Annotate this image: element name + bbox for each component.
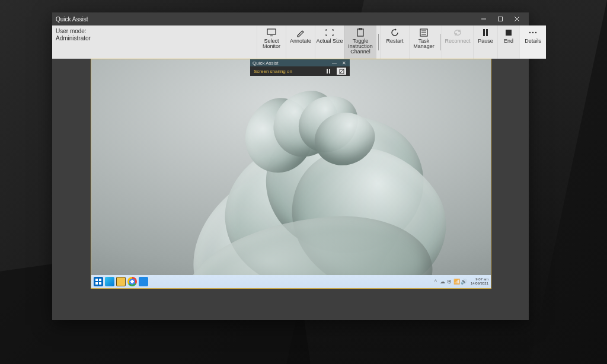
svg-rect-18	[327, 69, 328, 74]
user-mode-label: User mode:	[56, 28, 253, 35]
details-label: Details	[525, 39, 541, 44]
more-icon	[529, 28, 537, 37]
end-label: End	[504, 39, 513, 44]
end-button[interactable]: End	[497, 25, 519, 59]
svg-rect-19	[329, 69, 330, 74]
taskbar-edge-icon[interactable]	[105, 277, 114, 286]
taskbar-clock[interactable]: 9:07 am 14/09/2021	[471, 277, 488, 286]
maximize-button[interactable]	[492, 12, 509, 25]
svg-line-21	[340, 69, 344, 74]
clock-date: 14/09/2021	[471, 282, 488, 286]
toggle-instruction-channel-label: Toggle Instruction Channel	[344, 39, 376, 55]
taskbar-app-icon[interactable]	[139, 277, 148, 286]
svg-point-17	[535, 32, 536, 33]
svg-point-15	[529, 32, 531, 33]
minimize-button[interactable]	[475, 12, 492, 25]
restart-label: Restart	[386, 39, 403, 44]
window-title: Quick Assist	[56, 16, 475, 23]
task-manager-button[interactable]: Task Manager	[409, 25, 438, 59]
tray-security-icon[interactable]: ⛨	[447, 279, 453, 285]
svg-rect-4	[267, 29, 276, 34]
pencil-icon	[296, 28, 305, 37]
toolbar-row: User mode: Administrator Select Monitor …	[52, 25, 529, 59]
svg-rect-24	[95, 282, 98, 285]
remote-qa-body: Screen sharing on	[250, 66, 350, 76]
tray-chevron-icon[interactable]: ^	[433, 279, 439, 285]
quick-assist-window: Quick Assist User mode: Administrator Se…	[52, 12, 529, 320]
user-mode-value: Administrator	[56, 35, 253, 42]
details-button[interactable]: Details	[519, 25, 546, 59]
toolbar: Select Monitor Annotate Actual Size Togg…	[257, 25, 546, 59]
svg-rect-14	[506, 30, 512, 36]
monitor-icon	[267, 28, 276, 37]
select-monitor-button[interactable]: Select Monitor	[257, 25, 286, 59]
remote-screen-frame[interactable]: Quick Assist — ✕ Screen sharing on	[91, 59, 491, 289]
svg-rect-22	[95, 279, 98, 281]
remote-qa-minimize-icon[interactable]: —	[331, 60, 338, 66]
reconnect-icon	[453, 28, 462, 37]
remote-viewport-area: Quick Assist — ✕ Screen sharing on	[52, 59, 529, 320]
tray-network-icon[interactable]: 📶	[454, 279, 460, 285]
actual-size-icon	[325, 28, 334, 37]
restart-button[interactable]: Restart	[380, 25, 409, 59]
clipboard-icon	[356, 28, 365, 37]
stop-icon	[505, 28, 512, 37]
wallpaper-bloom	[137, 76, 445, 289]
tray-onedrive-icon[interactable]: ☁	[440, 279, 446, 285]
taskbar-tray[interactable]: ^ ☁ ⛨ 📶 🔊 9:07 am 14/09/2021	[433, 277, 488, 286]
svg-rect-13	[486, 29, 488, 36]
task-manager-label: Task Manager	[410, 39, 438, 49]
window-controls	[475, 12, 525, 25]
task-manager-icon	[420, 28, 428, 37]
remote-quick-assist-bar[interactable]: Quick Assist — ✕ Screen sharing on	[250, 59, 350, 76]
svg-rect-12	[483, 29, 485, 36]
restart-icon	[391, 28, 399, 37]
start-button[interactable]	[94, 277, 103, 286]
close-button[interactable]	[509, 12, 525, 25]
actual-size-button[interactable]: Actual Size	[315, 25, 344, 59]
remote-taskbar[interactable]: ^ ☁ ⛨ 📶 🔊 9:07 am 14/09/2021	[91, 275, 491, 288]
annotate-label: Annotate	[290, 39, 311, 44]
pause-icon	[482, 28, 489, 37]
remote-desktop[interactable]: Quick Assist — ✕ Screen sharing on	[91, 59, 491, 288]
reconnect-button: Reconnect	[442, 25, 473, 59]
pause-label: Pause	[478, 39, 493, 44]
pause-button[interactable]: Pause	[473, 25, 497, 59]
annotate-button[interactable]: Annotate	[286, 25, 315, 59]
user-mode-panel: User mode: Administrator	[52, 25, 257, 59]
svg-rect-25	[99, 282, 101, 285]
remote-qa-close-icon[interactable]: ✕	[340, 60, 347, 66]
titlebar[interactable]: Quick Assist	[52, 12, 529, 25]
tray-volume-icon[interactable]: 🔊	[461, 279, 467, 285]
remote-qa-status: Screen sharing on	[254, 69, 320, 74]
remote-qa-title: Quick Assist	[253, 60, 328, 66]
svg-rect-23	[99, 279, 101, 281]
toggle-instruction-channel-button[interactable]: Toggle Instruction Channel	[344, 25, 376, 59]
remote-qa-stop-button[interactable]	[337, 68, 346, 75]
taskbar-pinned-apps	[94, 277, 148, 286]
svg-rect-1	[499, 17, 503, 21]
taskbar-explorer-icon[interactable]	[116, 277, 126, 286]
actual-size-label: Actual Size	[316, 39, 343, 44]
taskbar-chrome-icon[interactable]	[127, 277, 137, 286]
reconnect-label: Reconnect	[445, 39, 470, 44]
select-monitor-label: Select Monitor	[257, 39, 286, 49]
remote-qa-pause-button[interactable]	[324, 68, 333, 75]
remote-qa-titlebar[interactable]: Quick Assist — ✕	[250, 59, 350, 66]
clock-time: 9:07 am	[471, 277, 488, 282]
svg-point-16	[532, 32, 533, 33]
